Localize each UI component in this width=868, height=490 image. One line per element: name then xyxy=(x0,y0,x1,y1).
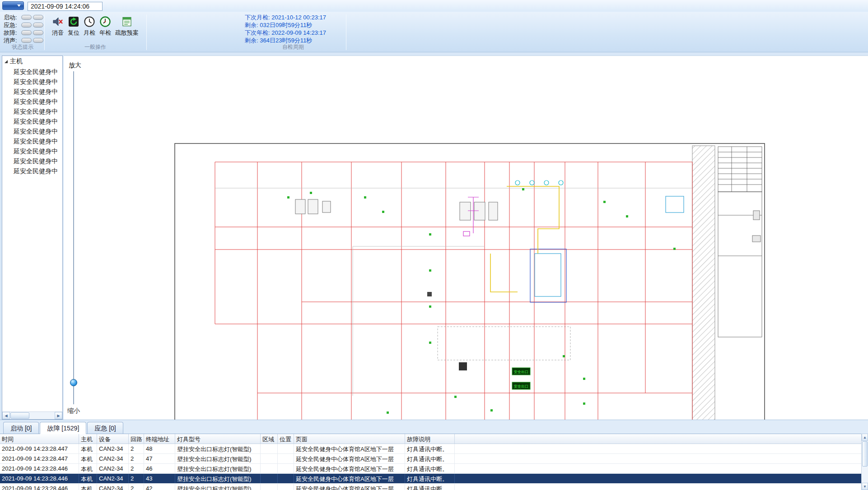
status-row-silence: 消声: xyxy=(4,37,44,44)
tree-item[interactable]: 延安全民健身中 xyxy=(2,97,62,106)
column-header[interactable]: 终端地址 xyxy=(144,434,175,444)
status-indicator xyxy=(33,30,43,35)
tree-item[interactable]: 延安全民健身中 xyxy=(2,166,62,176)
cell-model: 壁挂安全出口标志灯(智能型) xyxy=(175,474,261,483)
scroll-up-icon[interactable]: ▲ xyxy=(862,434,868,441)
evacuation-plan-button[interactable]: 疏散预案 xyxy=(114,15,140,38)
column-header[interactable]: 设备 xyxy=(97,434,129,444)
column-header-filler xyxy=(455,434,861,444)
cell-host: 本机 xyxy=(79,464,97,473)
info-value: 2021-10-12 00:23:17 xyxy=(271,14,326,21)
tree-item[interactable]: 延安全民健身中 xyxy=(2,126,62,136)
column-header[interactable]: 灯具型号 xyxy=(175,434,261,444)
status-indicator xyxy=(33,15,43,20)
table-row[interactable]: 2021-09-09 14:23:28.446 本机 CAN2-34 2 42 … xyxy=(0,484,861,490)
annual-check-button[interactable]: 年检 xyxy=(98,15,112,38)
cell-terminal: 48 xyxy=(144,444,175,453)
monthly-check-button[interactable]: 月检 xyxy=(82,15,97,38)
cell-page: 延安全民健身中心体育馆A区地下一层 xyxy=(294,474,405,483)
column-header[interactable]: 位置 xyxy=(278,434,294,444)
column-header[interactable]: 时间 xyxy=(0,434,79,444)
info-label: 剩余: xyxy=(245,22,258,28)
zoom-slider[interactable] xyxy=(73,71,74,404)
exit-sign-label: 安全出口 xyxy=(514,370,528,374)
status-indicator xyxy=(33,23,43,28)
mute-speaker-icon xyxy=(52,16,64,28)
tree-item[interactable]: 延安全民健身中 xyxy=(2,116,62,126)
status-row-emergency: 应急: xyxy=(4,22,44,28)
cell-time: 2021-09-09 14:23:28.446 xyxy=(0,474,79,483)
fault-log-table: 时间 主机 设备 回路 终端地址 灯具型号 区域 位置 页面 故障说明 2021… xyxy=(0,434,861,490)
scrollbar-thumb[interactable] xyxy=(862,441,868,467)
info-value: 364日23时59分11秒 xyxy=(260,37,312,44)
cell-page: 延安全民健身中心体育馆A区地下一层 xyxy=(294,444,405,453)
cell-page: 延安全民健身中心体育馆A区地下一层 xyxy=(294,454,405,463)
general-group-caption: 一般操作 xyxy=(45,43,145,51)
tool-label: 疏散预案 xyxy=(115,29,139,37)
column-header[interactable]: 区域 xyxy=(261,434,278,444)
cell-terminal: 42 xyxy=(144,484,175,490)
cell-loop: 2 xyxy=(129,474,144,483)
cell-filler xyxy=(455,474,861,483)
info-value: 032日09时59分11秒 xyxy=(260,22,312,28)
selfcheck-group-caption: 自检周期 xyxy=(241,43,345,51)
floorplan-drawing[interactable]: 安全出口 安全出口 xyxy=(174,143,765,420)
table-row[interactable]: 2021-09-09 14:23:28.446 本机 CAN2-34 2 46 … xyxy=(0,464,861,474)
scroll-left-icon[interactable]: ◀ xyxy=(2,412,10,419)
column-header[interactable]: 回路 xyxy=(129,434,144,444)
status-label: 应急: xyxy=(4,21,20,29)
tree-item[interactable]: 延安全民健身中 xyxy=(2,67,62,77)
column-header[interactable]: 主机 xyxy=(79,434,97,444)
cell-fault: 灯具通讯中断。 xyxy=(405,484,455,490)
current-time-display: 2021-09-09 14:24:06 xyxy=(28,2,103,11)
tree-item[interactable]: 延安全民健身中 xyxy=(2,77,62,87)
cell-time: 2021-09-09 14:23:28.446 xyxy=(0,464,79,473)
cell-device: CAN2-34 xyxy=(97,484,129,490)
info-label: 剩余: xyxy=(245,37,258,44)
cell-terminal: 43 xyxy=(144,474,175,483)
tree-expand-icon[interactable] xyxy=(5,60,8,63)
monthly-check-clock-icon xyxy=(84,16,95,28)
tree-item[interactable]: 延安全民健身中 xyxy=(2,136,62,146)
zoom-slider-thumb[interactable] xyxy=(70,379,77,386)
column-header[interactable]: 故障说明 xyxy=(405,434,455,444)
tree-item[interactable]: 延安全民健身中 xyxy=(2,106,62,116)
floorplan-svg: 安全出口 安全出口 xyxy=(174,143,765,420)
app-menu-button[interactable] xyxy=(2,1,24,10)
column-header[interactable]: 页面 xyxy=(294,434,405,444)
cell-area xyxy=(261,464,278,473)
cell-model: 壁挂安全出口标志灯(智能型) xyxy=(175,464,261,473)
general-operations-group: 消音 复位 xyxy=(45,12,145,52)
mute-button[interactable]: 消音 xyxy=(51,15,65,38)
event-log-panel: 启动 [0] 故障 [1529] 应急 [0] 时间 主机 设备 回路 终端地址… xyxy=(0,420,868,490)
cell-host: 本机 xyxy=(79,444,97,453)
scroll-down-icon[interactable]: ▼ xyxy=(862,483,868,490)
cell-position xyxy=(278,474,294,483)
table-row[interactable]: 2021-09-09 14:23:28.447 本机 CAN2-34 2 48 … xyxy=(0,444,861,454)
cell-area xyxy=(261,484,278,490)
table-row-selected[interactable]: 2021-09-09 14:23:28.446 本机 CAN2-34 2 43 … xyxy=(0,474,861,484)
cell-position xyxy=(278,444,294,453)
table-vscrollbar[interactable]: ▲ ▼ xyxy=(861,434,868,490)
tree-item[interactable]: 延安全民健身中 xyxy=(2,156,62,166)
scrollbar-thumb[interactable] xyxy=(10,412,29,419)
status-indicator xyxy=(21,30,32,35)
table-row[interactable]: 2021-09-09 14:23:28.447 本机 CAN2-34 2 47 … xyxy=(0,454,861,464)
cell-filler xyxy=(455,484,861,490)
status-indicator xyxy=(21,15,32,20)
cell-model: 壁挂安全出口标志灯(智能型) xyxy=(175,444,261,453)
reset-button[interactable]: 复位 xyxy=(66,15,81,38)
scroll-right-icon[interactable]: ▶ xyxy=(55,412,62,419)
tree-root-host[interactable]: 主机 xyxy=(2,56,62,67)
tab-emergency[interactable]: 应急 [0] xyxy=(87,422,123,434)
cell-filler xyxy=(455,454,861,463)
tab-start[interactable]: 启动 [0] xyxy=(3,422,39,434)
status-group-caption: 状态提示 xyxy=(1,43,44,51)
tab-fault[interactable]: 故障 [1529] xyxy=(40,422,86,434)
tree-root-label: 主机 xyxy=(10,57,23,65)
cell-page: 延安全民健身中心体育馆A区地下一层 xyxy=(294,464,405,473)
scrollbar-track[interactable] xyxy=(10,412,55,419)
sidebar-hscrollbar[interactable]: ◀ ▶ xyxy=(2,411,62,419)
tree-item[interactable]: 延安全民健身中 xyxy=(2,87,62,97)
tree-item[interactable]: 延安全民健身中 xyxy=(2,146,62,156)
